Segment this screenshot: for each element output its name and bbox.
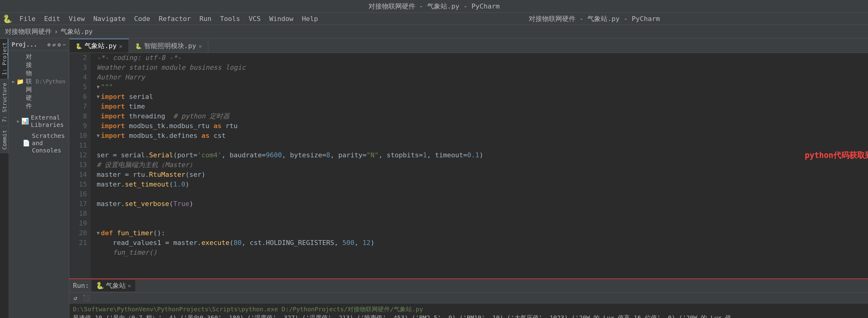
linenum-8: 8 <box>69 111 87 121</box>
func-rtumaster: RtuMaster <box>149 170 185 179</box>
param-timeout: timeout= <box>435 150 467 160</box>
content-area: 🐍 气象站.py ✕ 🐍 智能照明模块.py ✕ 2 3 4 5 6 7 8 9… <box>69 38 868 318</box>
sidebar-header: Proj... ⊕ ⇄ ⚙ − <box>8 38 69 51</box>
run-btn-restart[interactable]: ↺ <box>72 294 79 302</box>
breadcrumb-bar: 对接物联网硬件 › 气象站.py <box>0 25 868 38</box>
kw-as-10: as <box>202 131 210 141</box>
fold-arrow-20[interactable]: ▼ <box>97 228 100 238</box>
sidebar-title: Proj... <box>11 41 37 48</box>
menu-window[interactable]: Window <box>266 14 297 24</box>
code-line-9: import modbus_tk.modbus_rtu as rtu <box>97 121 862 131</box>
run-output: D:\Software\PythonVenv\PythonProjects\Sc… <box>69 304 868 318</box>
code-annotation: python代码获取到底层物联网设备的具体采集数据 <box>805 150 868 160</box>
linenum-21: 21 <box>69 238 87 248</box>
run-tab-main[interactable]: 🐍 气象站 ✕ <box>92 280 135 291</box>
code-line-11 <box>97 141 862 150</box>
menu-bar: 🐍 File Edit View Navigate Code Refactor … <box>0 13 868 25</box>
menu-file[interactable]: File <box>16 14 39 24</box>
code-line-17: master.set_verbose(True) <box>97 199 862 209</box>
breadcrumb-separator: › <box>54 28 58 35</box>
tab-label-zhineng: 智能照明模块.py <box>144 41 196 51</box>
scratches-icon: 📄 <box>23 139 30 147</box>
code-line-21: read_values1 = master.execute(80, cst.HO… <box>97 238 862 248</box>
kw-import-10: import <box>101 131 125 141</box>
panel-tab-commit[interactable]: Commit <box>0 126 8 153</box>
num-12: 12 <box>363 238 371 248</box>
tree-item-project[interactable]: ▶ 📁 对接物联网硬件 D:\Python <box>8 51 69 112</box>
tree-item-scratches[interactable]: 📄 Scratches and Consoles <box>8 130 69 156</box>
arrow-ext-icon: ▶ <box>17 119 20 123</box>
code-line-13: # 设置电脑端为主机（Master） <box>97 160 862 170</box>
breadcrumb-file: 气象站.py <box>61 27 93 36</box>
menu-vcs[interactable]: VCS <box>245 14 265 24</box>
tab-qixiangzhan[interactable]: 🐍 气象站.py ✕ <box>69 39 129 53</box>
code-line-19 <box>97 219 862 228</box>
code-str-5: """ <box>101 82 113 92</box>
panel-tab-project[interactable]: 1: Project <box>0 38 8 79</box>
run-btn-stop[interactable]: ⬛ <box>81 294 92 302</box>
func-serial: Serial <box>149 150 173 160</box>
tree-item-external-libraries[interactable]: ▶ 📊 External Libraries <box>8 112 69 130</box>
linenum-9: 9 <box>69 121 87 131</box>
tab-zhineng[interactable]: 🐍 智能照明模块.py ✕ <box>129 39 209 53</box>
menu-code[interactable]: Code <box>130 14 154 24</box>
num-1: 1 <box>423 150 427 160</box>
sidebar-action-minimize[interactable]: − <box>63 41 66 48</box>
sidebar-action-add[interactable]: ⊕ <box>48 41 51 48</box>
panel-tab-structure[interactable]: 7: Structure <box>0 79 8 126</box>
project-name: 对接物联网硬件 <box>26 53 33 110</box>
output-path-text: D:\Software\PythonVenv\PythonProjects\Sc… <box>73 306 423 313</box>
menu-edit[interactable]: Edit <box>40 14 64 24</box>
param-bytesize: bytesize= <box>290 150 326 160</box>
menu-tools[interactable]: Tools <box>216 14 244 24</box>
tab-label-qixiangzhan: 气象站.py <box>85 41 117 51</box>
sidebar: Proj... ⊕ ⇄ ⚙ − ▶ 📁 对接物联网硬件 D:\Python ▶ … <box>8 38 69 318</box>
menu-help[interactable]: Help <box>298 14 322 24</box>
tab-close-zhineng[interactable]: ✕ <box>198 43 202 49</box>
external-libraries-label: External Libraries <box>31 114 65 128</box>
run-tab-icon: 🐍 <box>96 282 104 289</box>
sidebar-action-sync[interactable]: ⇄ <box>52 41 56 48</box>
code-line-2: -*- coding: utf-8 -*- <box>97 53 862 63</box>
run-tab-label: 气象站 <box>106 281 126 290</box>
code-line-18 <box>97 209 862 219</box>
fold-arrow-6[interactable]: ▼ <box>97 92 100 102</box>
tab-icon-qixiangzhan: 🐍 <box>75 43 82 49</box>
builtin-true: True <box>173 199 189 209</box>
menu-view[interactable]: View <box>65 14 89 24</box>
code-line-16 <box>97 189 862 199</box>
code-comment-4: Author Harry <box>97 73 145 82</box>
linenum-20: 20 <box>69 228 87 238</box>
run-label: Run: <box>73 282 89 289</box>
fold-arrow-5[interactable]: ▼ <box>97 82 100 92</box>
main-layout: 1: Project 7: Structure Commit Proj... ⊕… <box>0 38 868 318</box>
sidebar-action-settings[interactable]: ⚙ <box>58 41 61 48</box>
run-panel: Run: 🐍 气象站 ✕ ↺ ⬛ D:\Software\PythonVenv\… <box>69 279 868 318</box>
title-text: 对接物联网硬件 - 气象站.py - PyCharm <box>369 2 500 11</box>
param-stopbits: stopbits= <box>387 150 423 160</box>
code-line-14: master = rtu.RtuMaster(ser) <box>97 170 862 179</box>
code-line-12: ser = serial.Serial(port='com4', baudrat… <box>97 150 862 160</box>
code-line-10: ▼ import modbus_tk.defines as cst <box>97 131 862 141</box>
run-toolbar: ↺ ⬛ <box>69 292 868 304</box>
func-funtimer: fun_timer <box>117 228 153 238</box>
code-comment-3: Weather station module business logic <box>97 63 246 73</box>
app-icon: 🐍 <box>2 14 12 23</box>
fold-arrow-10[interactable]: ▼ <box>97 131 100 141</box>
lib-icon: 📊 <box>21 117 29 125</box>
code-comment-2: -*- coding: utf-8 -*- <box>97 53 181 63</box>
code-content[interactable]: -*- coding: utf-8 -*- Weather station mo… <box>91 53 868 279</box>
menu-refactor[interactable]: Refactor <box>155 14 194 24</box>
run-tab-close[interactable]: ✕ <box>128 282 131 289</box>
tab-close-qixiangzhan[interactable]: ✕ <box>119 43 123 49</box>
linenum-13: 13 <box>69 160 87 170</box>
num-1-0: 1.0 <box>173 179 185 189</box>
scratches-label: Scratches and Consoles <box>32 132 65 154</box>
num-9600: 9600 <box>266 150 282 160</box>
output-data-text: 风速值 10 ('风向（0-7 档）', 4) ('风向0-360', 180)… <box>73 314 742 318</box>
menu-navigate[interactable]: Navigate <box>90 14 129 24</box>
code-line-7: import time <box>97 102 862 111</box>
linenum-12: 12 <box>69 150 87 160</box>
menu-run[interactable]: Run <box>196 14 215 24</box>
output-line-path: D:\Software\PythonVenv\PythonProjects\Sc… <box>73 305 864 313</box>
